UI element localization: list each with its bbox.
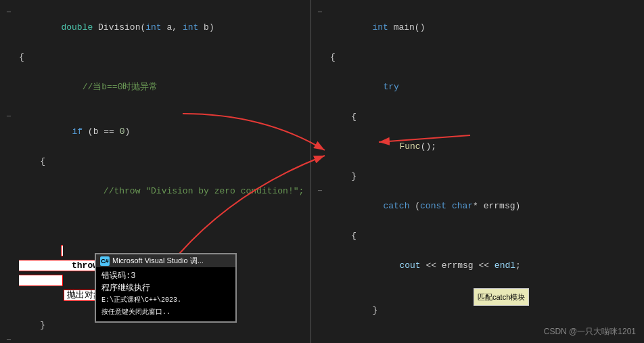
console-title: C# Microsoft Visual Studio 调... xyxy=(96,254,235,267)
code-9: else xyxy=(16,333,308,343)
collapse-icon-left[interactable]: ─ xyxy=(7,5,11,20)
left-pane: ─ double Division(int a, int b) { //当b==… xyxy=(0,0,311,343)
code-5: { xyxy=(16,154,308,169)
left-line-2: { xyxy=(0,50,310,65)
code-3: //当b==0时抛异常 xyxy=(16,65,308,110)
code-4: if (b == 0) xyxy=(16,110,308,154)
r-line-6: ─ catch (const char* errmsg) xyxy=(311,184,644,229)
r-line-5: } xyxy=(311,169,644,184)
r-line-1: { xyxy=(311,50,644,65)
console-line-3: E:\正式课程\C++\2023. xyxy=(101,294,230,306)
left-line-3: //当b==0时抛异常 xyxy=(0,65,310,110)
code-2: { xyxy=(16,50,308,65)
collapse-icon-right[interactable]: ─ xyxy=(318,5,322,20)
gutter-9: ─ xyxy=(3,333,16,343)
editor-area: ─ double Division(int a, int b) { //当b==… xyxy=(0,0,644,343)
console-icon: C# xyxy=(100,256,110,266)
left-gutter-header: ─ xyxy=(3,5,16,20)
right-pane: ─ int main() { try { Func( xyxy=(311,0,644,343)
console-line-2: 程序继续执行 xyxy=(101,282,230,294)
left-title: double Division(int a, int b) xyxy=(16,5,308,50)
r-code-3: { xyxy=(327,110,641,124)
r-line-3: { xyxy=(311,110,644,124)
r-line-8: cout << errmsg << endl; xyxy=(311,244,644,288)
console-body: 错误码:3 程序继续执行 E:\正式课程\C++\2023. 按任意键关闭此窗口… xyxy=(96,267,235,321)
r-gutter-6: ─ xyxy=(314,184,327,199)
r-code-8: cout << errmsg << endl; xyxy=(327,244,641,288)
collapse-icon-9[interactable]: ─ xyxy=(7,333,11,343)
r-code-4: Func(); xyxy=(327,124,641,169)
collapse-icon-4[interactable]: ─ xyxy=(7,110,11,124)
left-line-4: ─ if (b == 0) xyxy=(0,110,310,154)
right-header: ─ int main() xyxy=(311,5,644,50)
gutter-4: ─ xyxy=(3,110,16,124)
right-gutter-header: ─ xyxy=(314,5,327,20)
r-line-2: try xyxy=(311,65,644,110)
console-title-text: Microsoft Visual Studio 调... xyxy=(112,256,204,266)
code-6: //throw "Division by zero condition!"; xyxy=(16,169,308,214)
r-line-4: Func(); xyxy=(311,124,644,169)
left-line-6: //throw "Division by zero condition!"; xyxy=(0,169,310,214)
r-code-6: catch (const char* errmsg) xyxy=(327,184,641,229)
r-code-7: { xyxy=(327,229,641,244)
right-title: int main() xyxy=(327,5,641,50)
catch-match-annotation: 匹配catch模块 xyxy=(474,288,529,306)
left-line-5: { xyxy=(0,154,310,169)
r-code-5: } xyxy=(327,169,641,184)
console-window: C# Microsoft Visual Studio 调... 错误码:3 程序… xyxy=(95,253,237,323)
watermark: CSDN @一只大喵咪1201 xyxy=(544,326,636,338)
r-code-2: try xyxy=(327,65,641,110)
console-line-1: 错误码:3 xyxy=(101,270,230,282)
left-line-9: ─ else xyxy=(0,333,310,343)
console-line-4: 按任意键关闭此窗口.. xyxy=(101,306,230,319)
left-header: ─ double Division(int a, int b) xyxy=(0,5,310,50)
collapse-icon-r6[interactable]: ─ xyxy=(318,184,322,199)
r-code-1: { xyxy=(327,50,641,65)
r-line-7: { xyxy=(311,229,644,244)
